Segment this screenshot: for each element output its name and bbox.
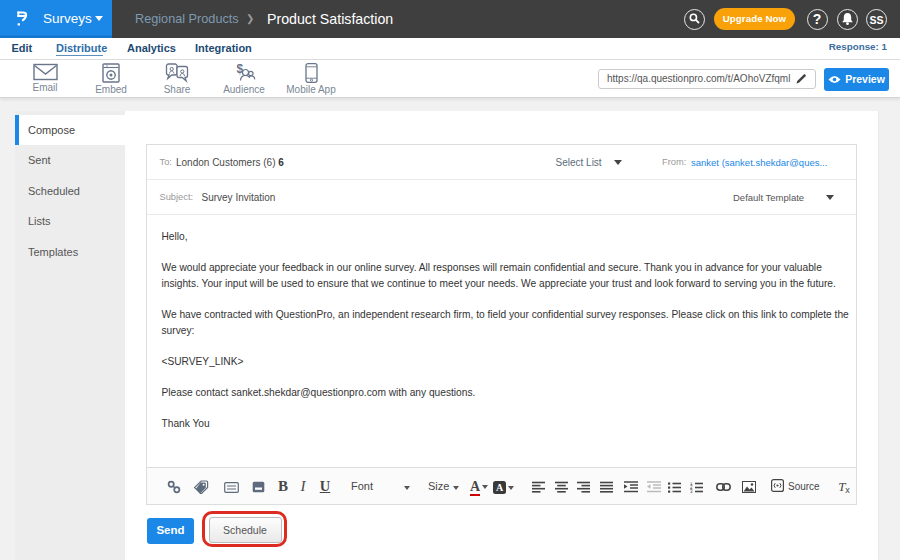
svg-text:A: A [496, 482, 504, 493]
svg-text:3: 3 [690, 489, 693, 493]
